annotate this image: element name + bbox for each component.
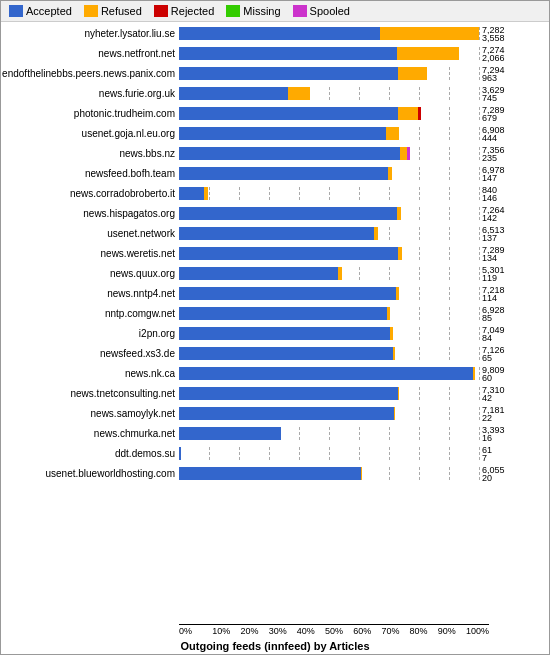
legend-item-missing: Missing: [226, 5, 280, 17]
bar-values: 7,218114: [482, 286, 505, 302]
bar-segment-accepted: [179, 67, 398, 80]
bar-segment-refused: [361, 467, 362, 480]
bar-segment-refused: [400, 147, 407, 160]
x-tick-80: 80%: [405, 626, 433, 636]
bar-segment-refused: [398, 107, 418, 120]
bar-segment-refused: [398, 387, 399, 400]
bar-segment-accepted: [179, 467, 361, 480]
row-label: news.nk.ca: [1, 368, 179, 379]
bar-segment-refused: [338, 267, 342, 280]
x-tick-100: 100%: [461, 626, 489, 636]
bar-values: 6,92885: [482, 306, 505, 322]
bar-values: 3,39316: [482, 426, 505, 442]
bar-segment-refused: [398, 67, 427, 80]
bar-segment-accepted: [179, 187, 204, 200]
bar-values: 9,80960: [482, 366, 505, 382]
bar-values: 7,264142: [482, 206, 505, 222]
row-label: newsfeed.bofh.team: [1, 168, 179, 179]
bar-row: endofthelinebbs.peers.news.panix.com7,29…: [1, 64, 549, 83]
chart-title: Outgoing feeds (innfeed) by Articles: [1, 636, 549, 654]
bar-segment-accepted: [179, 207, 397, 220]
bar-segment-refused: [380, 27, 479, 40]
bar-row: news.bbs.nz7,356235: [1, 144, 549, 163]
bar-segment-refused: [397, 47, 459, 60]
legend-label-refused: Refused: [101, 5, 142, 17]
row-label: nyheter.lysator.liu.se: [1, 28, 179, 39]
legend-color-rejected: [154, 5, 168, 17]
bar-segment-accepted: [179, 427, 281, 440]
bar-row: usenet.goja.nl.eu.org6,908444: [1, 124, 549, 143]
bar-values: 7,31042: [482, 386, 505, 402]
bar-row: usenet.network6,513137: [1, 224, 549, 243]
bar-values: 6,978147: [482, 166, 505, 182]
bar-segment-accepted: [179, 247, 398, 260]
bar-segment-accepted: [179, 287, 396, 300]
row-label: news.bbs.nz: [1, 148, 179, 159]
bar-segment-refused: [394, 407, 395, 420]
x-tick-40: 40%: [292, 626, 320, 636]
legend: Accepted Refused Rejected Missing Spoole…: [1, 1, 549, 22]
bar-segment-accepted: [179, 27, 380, 40]
bar-segment-accepted: [179, 347, 393, 360]
bar-values: 7,289679: [482, 106, 505, 122]
bar-segment-refused: [204, 187, 208, 200]
row-label: news.tnetconsulting.net: [1, 388, 179, 399]
bar-values: 7,18122: [482, 406, 505, 422]
bar-row: nntp.comgw.net6,92885: [1, 304, 549, 323]
bar-segment-refused: [288, 87, 310, 100]
legend-color-refused: [84, 5, 98, 17]
bar-segment-accepted: [179, 167, 388, 180]
row-label: usenet.blueworldhosting.com: [1, 468, 179, 479]
bar-segment-accepted: [179, 127, 386, 140]
legend-color-accepted: [9, 5, 23, 17]
bar-values: 6,513137: [482, 226, 505, 242]
bar-values: 6,05520: [482, 466, 505, 482]
x-tick-50: 50%: [320, 626, 348, 636]
x-tick-30: 30%: [264, 626, 292, 636]
bar-segment-accepted: [179, 87, 288, 100]
row-label: i2pn.org: [1, 328, 179, 339]
bar-row: news.samoylyk.net7,18122: [1, 404, 549, 423]
bar-values: 7,356235: [482, 146, 505, 162]
x-tick-20: 20%: [235, 626, 263, 636]
bar-segment-accepted: [179, 267, 338, 280]
bar-values: 7,2823,558: [482, 26, 505, 42]
bar-segment-accepted: [179, 367, 473, 380]
legend-item-accepted: Accepted: [9, 5, 72, 17]
row-label: photonic.trudheim.com: [1, 108, 179, 119]
bar-row: news.chmurka.net3,39316: [1, 424, 549, 443]
bar-segment-accepted: [179, 107, 398, 120]
bar-row: newsfeed.xs3.de7,12665: [1, 344, 549, 363]
legend-label-rejected: Rejected: [171, 5, 214, 17]
bar-row: news.tnetconsulting.net7,31042: [1, 384, 549, 403]
legend-item-spooled: Spooled: [293, 5, 350, 17]
bar-row: news.quux.org5,301119: [1, 264, 549, 283]
legend-label-accepted: Accepted: [26, 5, 72, 17]
x-tick-60: 60%: [348, 626, 376, 636]
bar-row: ddt.demos.su617: [1, 444, 549, 463]
row-label: news.furie.org.uk: [1, 88, 179, 99]
row-label: usenet.network: [1, 228, 179, 239]
bar-values: 840146: [482, 186, 497, 202]
row-label: news.netfront.net: [1, 48, 179, 59]
bar-segment-accepted: [179, 327, 390, 340]
bar-segment-refused: [398, 247, 402, 260]
bar-segment-accepted: [179, 307, 387, 320]
bar-row: news.netfront.net7,2742,066: [1, 44, 549, 63]
chart-container: Accepted Refused Rejected Missing Spoole…: [0, 0, 550, 655]
bar-values: 7,294963: [482, 66, 505, 82]
bar-segment-accepted: [179, 447, 181, 460]
row-label: news.weretis.net: [1, 248, 179, 259]
bar-row: newsfeed.bofh.team6,978147: [1, 164, 549, 183]
bar-segment-refused: [397, 207, 401, 220]
bar-values: 7,2742,066: [482, 46, 505, 62]
bar-segment-accepted: [179, 147, 400, 160]
bar-row: usenet.blueworldhosting.com6,05520: [1, 464, 549, 483]
legend-label-missing: Missing: [243, 5, 280, 17]
legend-item-rejected: Rejected: [154, 5, 214, 17]
bar-segment-refused: [390, 327, 393, 340]
bar-segment-accepted: [179, 47, 397, 60]
bar-values: 6,908444: [482, 126, 505, 142]
bar-segment-refused: [387, 307, 390, 320]
bar-segment-refused: [396, 287, 399, 300]
